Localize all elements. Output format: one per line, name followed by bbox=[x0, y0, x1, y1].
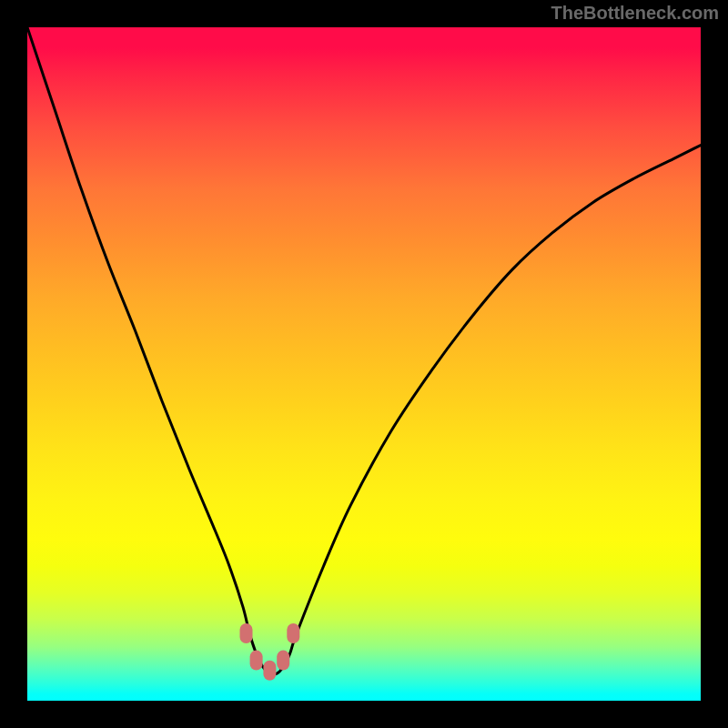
curve-marker bbox=[250, 651, 263, 671]
chart-svg bbox=[27, 27, 701, 701]
curve-marker bbox=[277, 651, 289, 671]
attribution-label: TheBottleneck.com bbox=[551, 3, 719, 24]
curve-marker bbox=[263, 661, 276, 681]
plot-area bbox=[27, 27, 701, 701]
bottleneck-curve bbox=[27, 27, 701, 674]
chart-container: TheBottleneck.com bbox=[0, 0, 728, 728]
curve-marker bbox=[240, 623, 253, 643]
curve-marker bbox=[287, 623, 299, 643]
